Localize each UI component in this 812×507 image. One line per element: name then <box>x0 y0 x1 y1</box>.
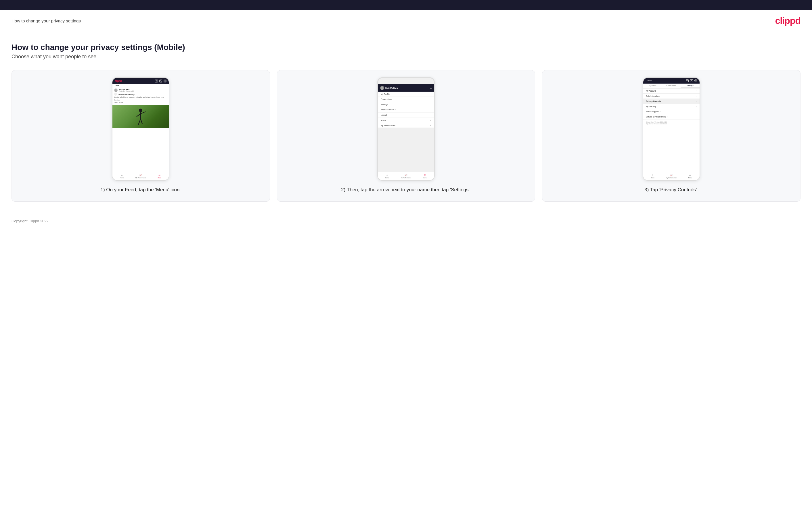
menu-item-connections: Connections <box>378 97 434 102</box>
tab-settings: Settings <box>680 83 699 88</box>
feed-lesson-title: Lesson with Fordy <box>118 93 134 95</box>
phone-1-bottom-nav: ⌂ Home 📈 My Performance ☰ Menu <box>112 172 169 180</box>
svg-point-23 <box>695 80 697 81</box>
svg-point-5 <box>115 89 117 91</box>
svg-point-22 <box>695 80 696 81</box>
external-link-icon: ↗ <box>659 111 660 113</box>
svg-point-3 <box>165 81 165 81</box>
lesson-icon <box>114 93 117 96</box>
settings-back-row: ‹ < Back <box>643 78 700 83</box>
user-icon <box>159 79 162 82</box>
phone-2-nav-home: ⌂ Home <box>378 172 397 180</box>
feed-duration-value: 01 hr : 30 min <box>114 102 167 103</box>
phone-2-menu-overlay: Blair McHarg ∧ My Profile Connections Se… <box>378 84 434 128</box>
phone-1-nav-menu: ☰ Menu <box>150 172 169 180</box>
menu-section-performance: My Performance ∨ <box>378 123 434 128</box>
svg-line-1 <box>157 81 157 82</box>
logo: clippd <box>775 15 801 26</box>
phone-1-icons <box>155 79 166 82</box>
menu-item-settings: Settings <box>378 102 434 107</box>
phone-3-mockup: ‹ < Back My Profile Connections <box>643 77 700 181</box>
svg-line-9 <box>141 112 145 114</box>
header: How to change your privacy settings clip… <box>0 10 812 26</box>
header-title: How to change your privacy settings <box>11 18 81 23</box>
svg-line-11 <box>138 119 141 125</box>
copyright-text: Copyright Clippd 2022 <box>11 219 49 223</box>
phone-2-bottom-nav: ⌂ Home 📈 My Performance ✕ Menu <box>378 172 434 180</box>
chevron-right-icon-2: › <box>696 95 697 97</box>
feed-image <box>112 105 169 128</box>
phone-1-mockup: clippd Feed <box>112 77 169 181</box>
settings-item-my-account: My Account › <box>643 89 700 94</box>
feed-subtitle: Yesterday · Sunningdale <box>119 90 134 92</box>
chevron-right-icon-4: › <box>696 105 697 107</box>
menu-item-help: Help & Support ↗ <box>378 107 434 113</box>
phone-1-header: clippd <box>112 78 169 84</box>
external-link-icon-2: ↗ <box>667 116 668 118</box>
step-3-card: ‹ < Back My Profile Connections <box>542 70 801 202</box>
tab-connections: Connections <box>662 83 680 88</box>
svg-point-4 <box>164 80 166 82</box>
phone-3-nav-home: ⌂ Home <box>643 172 662 180</box>
phone-3-nav-menu: ☰ Menu <box>680 172 699 180</box>
page-subheading: Choose what you want people to see <box>11 54 801 60</box>
settings-back-btn: ‹ < Back <box>646 80 652 81</box>
step-1-caption: 1) On your Feed, tap the 'Menu' icon. <box>101 186 181 193</box>
settings-item-help-support: Help & Support ↗ <box>643 109 700 114</box>
menu-user-row: Blair McHarg ∧ <box>378 84 434 92</box>
menu-chevron-up: ∧ <box>430 87 432 89</box>
phone-1-logo: clippd <box>115 79 121 82</box>
search-icon-3 <box>686 79 689 82</box>
phone-3-bottom-nav: ⌂ Home 📈 My Performance ☰ Menu <box>643 172 700 180</box>
chevron-right-icon-3: › <box>696 100 697 102</box>
steps-container: clippd Feed <box>11 70 801 202</box>
step-2-card: clippd Blair Mc <box>277 70 536 202</box>
top-bar <box>0 0 812 10</box>
settings-icon-3 <box>695 79 697 82</box>
step-3-caption: 3) Tap 'Privacy Controls'. <box>644 186 698 193</box>
svg-line-10 <box>145 111 146 112</box>
phone-2-mockup: clippd Blair Mc <box>377 77 435 181</box>
feed-duration-label: Duration <box>114 99 167 101</box>
menu-section-home: Home ∨ <box>378 118 434 123</box>
phone-1-nav-home: ⌂ Home <box>112 172 131 180</box>
settings-tabs: My Profile Connections Settings <box>643 83 700 89</box>
chevron-right-icon: › <box>696 90 697 92</box>
settings-version-info: Clippd Client Version: 2022.8.3-3 SQL Se… <box>643 119 700 126</box>
svg-line-8 <box>137 114 141 117</box>
phone-2-nav-performance: 📈 My Performance <box>397 172 415 180</box>
menu-username: Blair McHarg <box>385 87 398 89</box>
user-icon-3 <box>690 79 693 82</box>
settings-item-my-golf-bag: My Golf Bag › <box>643 104 700 109</box>
svg-line-12 <box>141 119 142 124</box>
settings-item-service-privacy: Service & Privacy Policy ↗ <box>643 114 700 119</box>
menu-user-left: Blair McHarg <box>380 86 398 90</box>
menu-items-list: My Profile Connections Settings Help & S… <box>378 92 434 118</box>
back-chevron-icon: ‹ <box>646 80 646 81</box>
svg-point-6 <box>139 109 142 112</box>
menu-item-profile: My Profile <box>378 92 434 97</box>
settings-item-privacy-controls: Privacy Controls › <box>643 99 700 104</box>
svg-line-20 <box>688 81 688 81</box>
phone-1-nav-performance: 📈 My Performance <box>132 172 150 180</box>
settings-item-data-integrations: Data Integrations › <box>643 94 700 99</box>
footer: Copyright Clippd 2022 <box>0 213 812 230</box>
step-2-caption: 2) Then, tap the arrow next to your name… <box>341 186 471 193</box>
main-content: How to change your privacy settings (Mob… <box>0 31 812 213</box>
settings-list: My Account › Data Integrations › Privacy… <box>643 89 700 169</box>
search-icon <box>155 79 158 82</box>
menu-user-avatar <box>380 86 384 90</box>
phone-1-tab-bar: Feed <box>112 84 169 87</box>
phone-2-nav-menu: ✕ Menu <box>415 172 434 180</box>
feed-text: Looking to feel like my hands are exitin… <box>114 96 167 98</box>
feed-avatar <box>114 89 117 92</box>
step-1-card: clippd Feed <box>11 70 270 202</box>
phone-3-icons <box>686 79 697 82</box>
feed-item-1: Blair McHarg Yesterday · Sunningdale Les… <box>112 87 169 105</box>
svg-point-19 <box>687 80 688 81</box>
phone-3-nav-performance: 📈 My Performance <box>662 172 680 180</box>
svg-point-0 <box>156 80 157 81</box>
page-heading: How to change your privacy settings (Mob… <box>11 43 801 52</box>
phone-1-content: Feed Blair McHarg Yesterday · Sunningdal… <box>112 84 169 173</box>
menu-item-logout: Logout <box>378 113 434 118</box>
